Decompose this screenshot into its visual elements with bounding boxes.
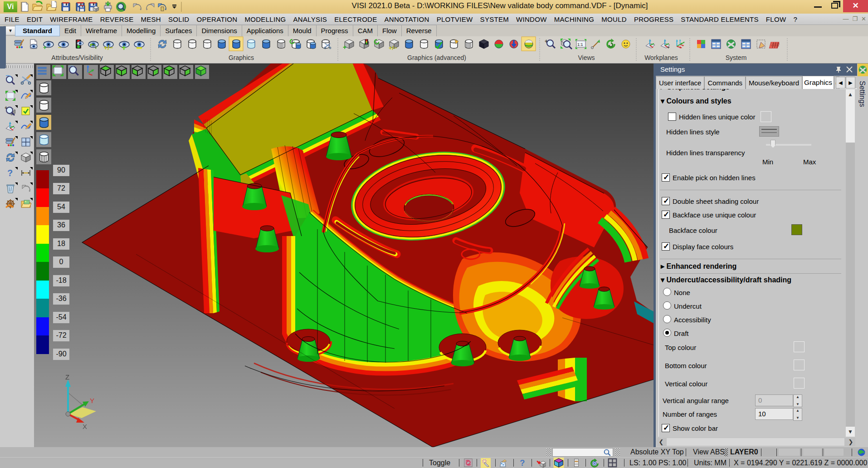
svg-text:+/−: +/− [104, 44, 113, 51]
svg-text:Graphics (advanced): Graphics (advanced) [407, 54, 466, 61]
svg-text:Y: Y [90, 397, 94, 404]
svg-text:Workplanes: Workplanes [644, 54, 678, 61]
svg-text:Views: Views [578, 54, 595, 61]
svg-text:1:1: 1:1 [577, 42, 583, 47]
svg-text:+/−: +/− [389, 44, 397, 51]
svg-text:+: + [343, 44, 346, 51]
svg-text:+: + [545, 38, 548, 44]
svg-text:+: + [5, 105, 7, 110]
svg-text:+: + [122, 43, 127, 52]
svg-text:+: + [43, 44, 47, 51]
svg-text:Attributes/Visibility: Attributes/Visibility [51, 54, 102, 61]
svg-text:Z: Z [65, 373, 69, 381]
svg-text:Graphics: Graphics [229, 54, 254, 61]
svg-text:−: − [58, 44, 62, 51]
svg-text:System: System [726, 54, 747, 61]
svg-text:?: ? [520, 458, 525, 468]
svg-text:X: X [83, 423, 87, 430]
